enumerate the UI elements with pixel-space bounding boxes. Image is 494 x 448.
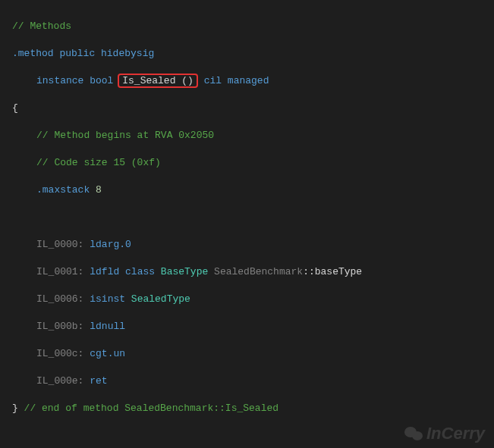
comment-methods: // Methods (12, 20, 71, 32)
il-label: IL_0000: (36, 239, 83, 250)
ret-type-1: bool (90, 75, 119, 86)
il-op: cgt.un (90, 348, 125, 359)
close-brace-1: } (12, 403, 18, 414)
cil-managed-1: cil managed (198, 75, 269, 86)
code-block: // Methods .method public hidebysig inst… (0, 0, 494, 448)
method-name-is-sealed: Is_Sealed () (118, 74, 198, 88)
instance-kw-1: instance (36, 75, 90, 86)
il-label: IL_000e: (36, 375, 83, 387)
open-brace-1: { (12, 102, 18, 114)
maxstack-1: .maxstack (36, 184, 90, 196)
watermark: InCerry (404, 425, 485, 442)
method-decl-1a: .method (12, 48, 54, 59)
wechat-icon (404, 425, 423, 442)
il-label: IL_000b: (36, 321, 83, 332)
il-op: ldfld (90, 266, 119, 277)
il-label: IL_0001: (36, 266, 83, 277)
il-op: isinst (90, 293, 125, 305)
watermark-text: InCerry (426, 427, 485, 440)
comment-rva-1: // Method begins at RVA 0x2050 (36, 130, 214, 141)
il-label: IL_0006: (36, 293, 83, 305)
il-label: IL_000c: (36, 348, 83, 359)
maxstack-val-1: 8 (90, 184, 102, 196)
svg-point-1 (412, 431, 423, 440)
il-op: ret (90, 375, 107, 387)
comment-size-1: // Code size 15 (0xf) (36, 157, 161, 168)
il-op: ldnull (90, 321, 125, 332)
method-mods-1: public hidebysig (54, 48, 155, 59)
end-comment-1: // end of method SealedBenchmark::Is_Sea… (18, 403, 278, 414)
il-op: ldarg.0 (90, 239, 131, 250)
